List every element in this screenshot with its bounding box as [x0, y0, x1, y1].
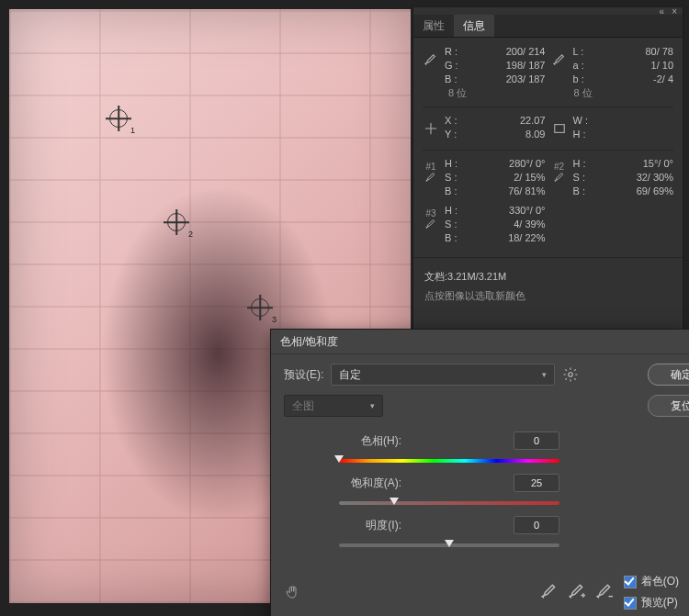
label-a: a :: [573, 59, 593, 73]
label-x: X :: [445, 114, 465, 128]
lightness-label: 明度(I):: [339, 518, 401, 533]
tab-info[interactable]: 信息: [454, 15, 494, 37]
value-g: 198/ 187: [470, 59, 546, 73]
range-value: 全图: [292, 398, 314, 414]
hue-slider[interactable]: [339, 455, 559, 465]
label-r: R :: [445, 45, 465, 59]
dialog-title[interactable]: 色相/饱和度: [271, 330, 689, 354]
eyedropper-add-icon[interactable]: [569, 583, 587, 601]
eyedropper-icon[interactable]: [541, 583, 559, 601]
label-w: W :: [573, 114, 593, 128]
color-sampler-3[interactable]: 3: [251, 298, 269, 317]
color-sampler-1[interactable]: 1: [109, 109, 128, 128]
label-y: Y :: [445, 128, 465, 141]
color-sampler-2[interactable]: 2: [167, 213, 186, 231]
svg-rect-0: [554, 125, 564, 133]
range-select[interactable]: 全图 ▾: [284, 395, 383, 417]
chevron-down-icon: ▾: [542, 370, 547, 379]
hint-text: 点按图像以选取新颜色: [413, 289, 683, 310]
label-l: L :: [573, 45, 593, 59]
hand-icon[interactable]: [282, 581, 304, 603]
value-b: 203/ 187: [470, 73, 546, 86]
chevron-down-icon: ▾: [370, 401, 375, 410]
hue-label: 色相(H):: [339, 433, 401, 449]
ok-button[interactable]: 确定: [648, 364, 689, 386]
eyedropper-icon: [551, 45, 568, 74]
label-h: H :: [573, 128, 593, 141]
lightness-input[interactable]: 0: [514, 516, 559, 534]
preview-checkbox[interactable]: 预览(P): [624, 595, 679, 610]
preset-label: 预设(E):: [284, 367, 323, 383]
value-x: 22.07: [470, 114, 546, 128]
value-l: 80/ 78: [599, 45, 674, 59]
preset-value: 自定: [339, 367, 361, 383]
hue-saturation-dialog: 色相/饱和度 预设(E): 自定 ▾ 确定 复位 全图 ▾ 色相(H):0 饱和…: [270, 329, 689, 616]
bits-left: 8 位: [423, 86, 548, 100]
gear-icon[interactable]: [562, 366, 579, 383]
lightness-slider[interactable]: [339, 540, 559, 549]
saturation-slider[interactable]: [339, 498, 559, 507]
svg-point-1: [569, 373, 573, 377]
collapse-icon[interactable]: «: [660, 6, 665, 17]
label-b: B :: [445, 73, 465, 86]
value-bb: -2/ 4: [599, 73, 674, 86]
preset-select[interactable]: 自定 ▾: [331, 364, 555, 386]
sampler-2-icon: #2: [551, 157, 568, 186]
sampler-3-icon: #3: [423, 204, 439, 233]
saturation-label: 饱和度(A):: [339, 476, 401, 491]
hue-input[interactable]: 0: [514, 431, 559, 450]
panel-tabs: 属性 信息: [413, 15, 683, 38]
info-panel: «× 属性 信息 R :G :B : 200/ 214198/ 187203/ …: [412, 6, 683, 330]
saturation-input[interactable]: 25: [514, 474, 559, 492]
value-a: 1/ 10: [599, 59, 674, 73]
colorize-checkbox[interactable]: 着色(O): [624, 574, 679, 589]
eyedropper-icon: [423, 45, 439, 74]
label-bb: b :: [573, 73, 593, 86]
crosshair-icon: [423, 114, 439, 143]
eyedropper-subtract-icon[interactable]: [596, 583, 615, 601]
dimensions-icon: [551, 114, 568, 143]
value-r: 200/ 214: [470, 45, 546, 59]
close-icon[interactable]: ×: [672, 6, 677, 17]
bits-right: 8 位: [548, 86, 674, 100]
sampler-1-icon: #1: [423, 157, 439, 186]
cancel-button[interactable]: 复位: [648, 395, 689, 417]
value-y: 8.09: [470, 128, 546, 141]
document-size: 文档:3.21M/3.21M: [413, 264, 683, 289]
tab-properties[interactable]: 属性: [413, 15, 454, 37]
label-g: G :: [445, 59, 465, 73]
